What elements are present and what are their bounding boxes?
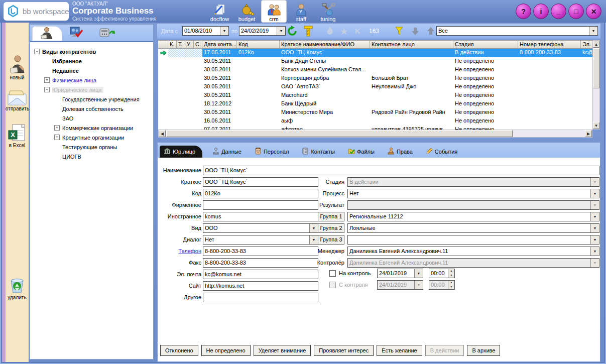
chevron-down-icon[interactable]: ▼: [277, 27, 285, 35]
email-field[interactable]: kc@komus.net: [203, 270, 318, 279]
column-header-email[interactable]: Эл.: [581, 41, 592, 48]
table-row[interactable]: 30.05.2011 Банк Дяди Степы Не определено: [158, 57, 592, 66]
table-row[interactable]: 30.05.2011 ОАО `АвтоТАЗ` Неуловимый Джо …: [158, 83, 592, 91]
info-button[interactable]: i: [533, 4, 549, 19]
group2-button[interactable]: Группа 2: [318, 223, 344, 233]
kind-select[interactable]: ООО ▼: [203, 223, 318, 233]
tree-item-kreditnye[interactable]: + Кредитные организации: [31, 133, 152, 142]
chevron-down-icon[interactable]: ▼: [590, 212, 599, 221]
chevron-down-icon[interactable]: ▼: [590, 247, 599, 256]
tree-item-vidy-kontragentov[interactable]: - Виды контрагентов: [31, 47, 152, 56]
tree-item-kommercheskie[interactable]: + Коммерческие организации: [31, 123, 152, 133]
table-row[interactable]: 30.05.2011 Macrohard Не определено: [158, 91, 592, 100]
status-udelyaet-vnimanie-button[interactable]: Уделяет внимание: [254, 345, 311, 356]
group3-button[interactable]: Группа 3: [318, 235, 344, 245]
dialog-select[interactable]: Нет ▼: [203, 235, 318, 245]
send-button[interactable]: отправить: [6, 90, 29, 111]
module-docflow[interactable]: docflow: [207, 1, 232, 22]
table-row[interactable]: 07.07.2011 афтотао чправчтрав 4395325 чр…: [158, 126, 592, 130]
foreign-field[interactable]: komus: [203, 212, 318, 221]
column-header-code[interactable]: Код: [237, 41, 280, 48]
collapse-icon[interactable]: -: [44, 87, 50, 92]
name-field[interactable]: ООО `ТЦ Комус`: [203, 166, 599, 175]
chevron-down-icon[interactable]: ▼: [414, 269, 423, 278]
k-filter-icon[interactable]: K: [355, 27, 360, 35]
module-crm-active[interactable]: crm: [262, 1, 286, 22]
star-icon[interactable]: ★: [340, 27, 347, 36]
chevron-down-icon[interactable]: ▼: [589, 27, 597, 35]
phone-link-label[interactable]: Телефон: [159, 248, 201, 254]
status-v-arhive-button[interactable]: В архиве: [467, 345, 500, 356]
status-est-zhelanie-button[interactable]: Есть желание: [377, 345, 422, 356]
oncontrol-checkbox[interactable]: [329, 270, 336, 277]
tree-item-yuridicheskie-lica-selected[interactable]: - Юридические лица: [31, 85, 152, 94]
chevron-down-icon[interactable]: ▼: [590, 235, 599, 244]
table-row[interactable]: 30.05.2011 Министерство Мира Рядовой Рай…: [158, 108, 592, 117]
oncontrol-date-picker[interactable]: 24/01/2019 ▼: [377, 269, 423, 278]
expand-icon[interactable]: +: [54, 135, 60, 140]
tree-item-testiruyushchie[interactable]: Тестирующие органы: [31, 142, 152, 152]
tree-item-izbrannoe[interactable]: Избранное: [31, 56, 152, 66]
table-row-selected[interactable]: 17.05.2011 012Ко ООО `ТЦ Комус` В действ…: [158, 49, 592, 57]
tree-item-ciogv[interactable]: ЦИОГВ: [31, 152, 152, 161]
scroll-right-icon[interactable]: ▶: [585, 130, 592, 137]
tab-kontakty[interactable]: Контакты: [299, 146, 338, 158]
vertical-scrollbar[interactable]: ▲ ▼: [592, 40, 600, 130]
delete-button[interactable]: удалить: [6, 277, 29, 300]
other-field[interactable]: [203, 293, 318, 302]
scroll-down-icon[interactable]: ▼: [593, 122, 599, 129]
status-ne-opredeleno-button[interactable]: Не определено: [201, 345, 251, 356]
status-otkloneno-button[interactable]: Отклонено: [160, 345, 198, 356]
manager-select[interactable]: Данилинка Евгений Александрович.11 ▼: [347, 247, 599, 256]
tab-prava[interactable]: Права: [385, 146, 416, 158]
oncontrol-time-spinner[interactable]: 00:00 ▲▼: [429, 269, 455, 278]
site-field[interactable]: http://komus.net: [203, 281, 318, 291]
group3-select[interactable]: ▼: [347, 235, 599, 245]
chevron-down-icon[interactable]: ▼: [590, 189, 599, 198]
module-staff[interactable]: staff: [289, 1, 313, 22]
spin-down-icon[interactable]: ▼: [448, 274, 454, 278]
collapse-icon[interactable]: -: [34, 49, 40, 54]
tree-item-zao[interactable]: ЗАО: [31, 113, 152, 123]
table-row[interactable]: 18.12.2012 Банк Щедрый Не определено: [158, 100, 592, 108]
column-header-date[interactable]: Дата конта...: [202, 41, 237, 48]
tab-sobytiya[interactable]: События: [423, 146, 460, 158]
maximize-button[interactable]: □: [568, 4, 584, 19]
arrow-down-icon[interactable]: [411, 27, 420, 36]
table-row[interactable]: 16.06.2011 аыф Не определено: [158, 117, 592, 126]
column-header-phone[interactable]: Номер телефона: [518, 41, 581, 48]
tab-dannye[interactable]: Данные: [209, 146, 245, 158]
tab-faily[interactable]: Файлы: [345, 146, 378, 158]
module-budget[interactable]: budget: [234, 1, 259, 22]
group1-button[interactable]: Группа 1: [318, 212, 344, 221]
date-from-picker[interactable]: 01/08/2010 ▼: [182, 26, 229, 36]
scroll-left-icon[interactable]: ◀: [159, 130, 166, 137]
expand-icon[interactable]: +: [44, 77, 50, 83]
vertical-scroll-thumb[interactable]: [593, 48, 599, 88]
tab-tasks[interactable]: [66, 26, 86, 40]
close-button[interactable]: ✕: [586, 4, 601, 19]
process-select[interactable]: Нет ▼: [347, 189, 599, 198]
column-header-contact[interactable]: Контактное лицо: [370, 41, 453, 48]
tab-counterparties[interactable]: [32, 26, 62, 41]
chevron-down-icon[interactable]: ▼: [220, 27, 228, 35]
tab-jur-lico[interactable]: Юр.лицо: [160, 146, 202, 158]
group2-select[interactable]: Лояльные ▼: [347, 223, 599, 233]
ruler-icon[interactable]: [303, 26, 314, 37]
flame-icon[interactable]: [325, 26, 334, 36]
tree-item-dolevaya[interactable]: Долевая собственность: [31, 104, 152, 113]
tree-item-gosudarstvennye[interactable]: Государственные учреждения: [31, 94, 152, 104]
status-proyavlyaet-interes-button[interactable]: Проявляет интерес: [314, 345, 374, 356]
table-row[interactable]: 30.05.2011 Колхоз имени Сулеймана Стал..…: [158, 66, 592, 74]
column-header-t[interactable]: Т.: [177, 41, 185, 48]
tab-personal[interactable]: Персонал: [252, 146, 292, 158]
horizontal-scrollbar[interactable]: ◀ ▶: [158, 130, 592, 138]
chevron-down-icon[interactable]: ▼: [590, 224, 599, 232]
arrow-up-icon[interactable]: [426, 27, 435, 36]
column-header-stage[interactable]: Стадия: [453, 41, 518, 48]
refresh-icon[interactable]: [287, 26, 298, 37]
column-header-name[interactable]: Краткое наименование/ФИО: [280, 41, 370, 48]
new-record-button[interactable]: новый: [6, 55, 29, 80]
export-excel-button[interactable]: X в Excel: [6, 124, 29, 148]
group1-select[interactable]: Региональные 11212 ▼: [347, 212, 599, 221]
